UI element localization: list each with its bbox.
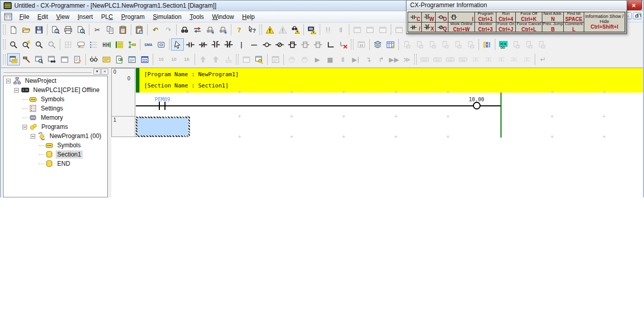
address-reference-button[interactable] <box>87 53 100 65</box>
section-list-button[interactable] <box>113 53 126 65</box>
output-window-button[interactable] <box>58 53 71 65</box>
toolbar-grip[interactable] <box>414 54 417 64</box>
tree-expander[interactable] <box>22 125 27 129</box>
compile-button[interactable] <box>20 53 33 65</box>
new-or-closed-contact-button[interactable] <box>222 38 235 51</box>
tree-item-symbols[interactable]: Symbols <box>4 141 107 150</box>
menu-tools[interactable]: Tools <box>185 12 208 21</box>
find-all-button[interactable] <box>204 24 217 36</box>
selection-mode-button[interactable] <box>171 38 184 51</box>
tree-item-symbols[interactable]: Symbols <box>4 95 107 104</box>
paste-button[interactable] <box>116 24 129 36</box>
new-closed-coil-button[interactable] <box>273 38 286 51</box>
replace-button[interactable] <box>191 24 204 36</box>
tree-item-settings[interactable]: Settings <box>4 104 107 113</box>
selected-cell[interactable] <box>136 117 190 137</box>
properties-button[interactable] <box>71 53 84 65</box>
tree-item-programs[interactable]: Programs <box>4 122 107 131</box>
view-symbol-comments-button[interactable]: CI <box>155 38 168 51</box>
find-error-button[interactable] <box>289 24 302 36</box>
show-rung-annotations-button[interactable] <box>87 38 100 51</box>
tree-item-newprogram1-00-[interactable]: NewProgram1 (00) <box>4 131 107 141</box>
cut-button[interactable]: ✂ <box>91 24 104 36</box>
io-table-button[interactable] <box>138 53 151 65</box>
find-symbol-button[interactable] <box>217 24 229 36</box>
menu-help[interactable]: Help <box>238 12 259 21</box>
paste-program-button[interactable] <box>133 24 146 36</box>
tree-item-end[interactable]: END <box>4 159 107 168</box>
tree-item-newplc1-cp1e-offline[interactable]: NewPLC1[CP1E] Offline <box>4 85 107 95</box>
mdi-document-icon[interactable] <box>4 13 13 20</box>
menu-window[interactable]: Window <box>208 12 238 21</box>
toolbar-grip[interactable] <box>351 39 353 50</box>
find-button[interactable] <box>178 24 191 36</box>
new-contact-button[interactable] <box>184 38 197 51</box>
show-rung-comments-button[interactable] <box>75 38 87 51</box>
undo-button[interactable]: ↶ <box>149 24 162 36</box>
tree-item-memory[interactable]: Memory <box>4 113 107 122</box>
title-window-button[interactable] <box>126 53 138 65</box>
help-button[interactable]: ? <box>233 24 246 36</box>
open-file-button[interactable] <box>20 24 33 36</box>
tree-item-newproject[interactable]: NewProject <box>4 76 107 85</box>
new-plc-instruction-button[interactable] <box>286 38 299 51</box>
io-comment-view-button[interactable] <box>481 38 493 51</box>
toggle-project-workspace-button[interactable] <box>7 53 20 65</box>
address-reference-tool-button[interactable] <box>371 38 384 51</box>
coil-symbol[interactable] <box>473 102 481 109</box>
zoom-in-button[interactable] <box>7 38 20 51</box>
compile-program-button[interactable] <box>264 24 276 36</box>
menu-simulation[interactable]: Simulation <box>149 12 185 21</box>
show-rung-wrapping-button[interactable] <box>113 38 126 51</box>
new-closed-contact-button[interactable] <box>197 38 209 51</box>
new-file-button[interactable] <box>7 24 20 36</box>
print-button[interactable] <box>62 24 75 36</box>
tree-item-section1[interactable]: Section1 <box>4 150 107 159</box>
menu-plc[interactable]: PLC <box>97 12 117 21</box>
io-comment-button[interactable] <box>100 53 113 65</box>
coil-operand-label[interactable]: 10.00 <box>456 97 497 102</box>
new-horizontal-line-button[interactable]: — <box>248 38 260 51</box>
toolbar-grip[interactable] <box>3 54 6 64</box>
delete-connecting-line-button[interactable] <box>337 38 350 51</box>
ladder-editor[interactable]: 0 0 1 [Program Name : NewProgram1] [Sect… <box>111 68 643 197</box>
new-or-contact-button[interactable] <box>209 38 222 51</box>
popup-title-bar[interactable]: CX-Programmer Information <box>407 1 627 10</box>
view-mnemonics-button[interactable]: SMA <box>142 38 155 51</box>
work-online-simulator-button[interactable] <box>305 24 318 36</box>
tree-expander[interactable] <box>6 79 11 83</box>
toolbar-grip[interactable] <box>3 25 6 35</box>
menu-program[interactable]: Program <box>117 12 149 21</box>
new-connecting-line-button[interactable] <box>324 38 337 51</box>
workspace-collapse-button[interactable]: ▾ <box>93 69 101 75</box>
toolbar-grip[interactable] <box>259 25 262 35</box>
online-edit-button[interactable] <box>253 53 266 65</box>
mdi-restore-button[interactable] <box>633 12 641 19</box>
menu-edit[interactable]: Edit <box>33 12 52 21</box>
watch-button[interactable] <box>33 53 45 65</box>
save-button[interactable] <box>33 24 45 36</box>
toggle-grid-button[interactable] <box>62 38 75 51</box>
rung-0-margin[interactable]: 0 0 <box>111 68 135 117</box>
copy-button[interactable] <box>104 24 116 36</box>
menu-insert[interactable]: Insert <box>74 12 97 21</box>
watch-window-button[interactable] <box>384 38 397 51</box>
print-preview-button[interactable] <box>75 24 87 36</box>
toolbar-grip[interactable] <box>3 39 6 50</box>
zoom-out-button[interactable] <box>33 38 45 51</box>
menu-file[interactable]: File <box>15 12 33 21</box>
toolbar-grip[interactable] <box>236 54 238 64</box>
compile-check-button[interactable] <box>49 24 62 36</box>
new-vertical-line-button[interactable]: | <box>235 38 248 51</box>
close-button[interactable]: × <box>626 1 642 10</box>
workspace-drag-handle[interactable] <box>4 71 91 73</box>
show-monitor-in-rung-button[interactable] <box>100 38 113 51</box>
menu-view[interactable]: View <box>52 12 74 21</box>
tree-expander[interactable] <box>14 88 19 93</box>
contact-operand-label[interactable]: PEM09 <box>142 97 183 102</box>
zoom-custom-button[interactable] <box>20 38 33 51</box>
new-coil-button[interactable] <box>260 38 273 51</box>
show-symbol-bar-button[interactable] <box>126 38 138 51</box>
cross-reference-button[interactable] <box>45 53 58 65</box>
workspace-close-button[interactable]: × <box>101 69 108 75</box>
